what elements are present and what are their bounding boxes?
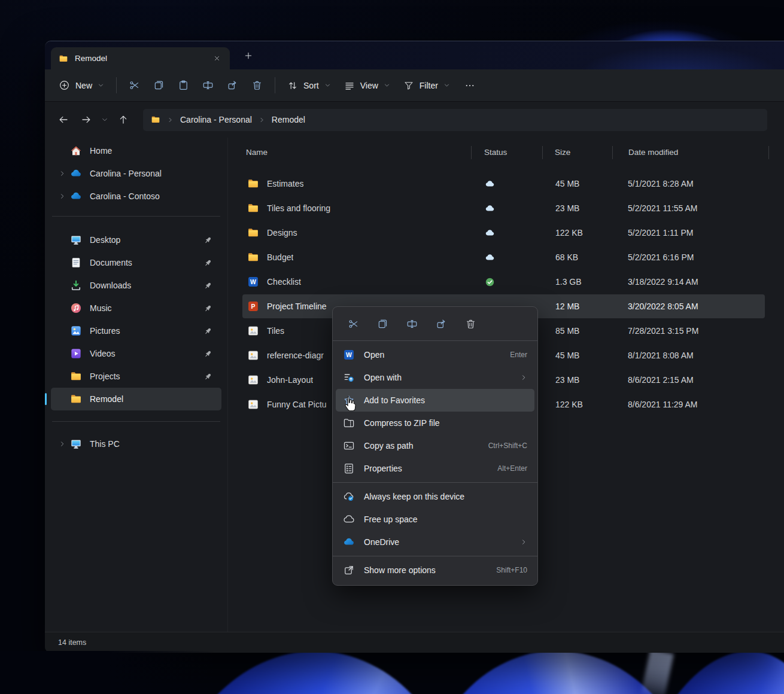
chevron-right-icon [520, 374, 527, 381]
sidebar-item-carolina-personal[interactable]: Carolina - Personal [51, 162, 221, 185]
back-button[interactable] [52, 109, 75, 130]
word-file-icon [247, 276, 259, 288]
chevron-right-icon[interactable] [54, 193, 70, 200]
column-header-name[interactable]: Name [228, 146, 471, 159]
sidebar-item-carolina-contoso[interactable]: Carolina - Contoso [51, 185, 221, 208]
menu-item-compress-to-zip[interactable]: Compress to ZIP file [336, 412, 534, 434]
pin-icon [203, 349, 212, 358]
file-row-checklist[interactable]: Checklist 1.3 GB 3/18/2022 9:14 AM [242, 270, 765, 294]
folder-icon [247, 178, 259, 190]
file-size: 68 KB [542, 252, 612, 262]
download-icon [70, 279, 82, 291]
file-row-tiles-and-flooring[interactable]: Tiles and flooring 23 MB 5/2/2021 11:55 … [242, 196, 765, 220]
cut-button[interactable] [340, 313, 366, 336]
videos-icon [70, 348, 82, 360]
file-name: Estimates [267, 179, 303, 188]
recent-locations-button[interactable] [98, 109, 112, 130]
sidebar-item-downloads[interactable]: Downloads [51, 274, 221, 297]
chevron-right-icon [259, 117, 265, 123]
chevron-right-icon [167, 117, 174, 123]
rename-button[interactable] [196, 76, 220, 95]
menu-item-open-with[interactable]: Open with [336, 366, 534, 389]
chevron-right-icon[interactable] [54, 440, 70, 448]
sort-button[interactable]: Sort [281, 77, 338, 95]
pin-icon [203, 304, 212, 313]
pictures-icon [70, 325, 82, 337]
tab-close-icon[interactable] [209, 51, 224, 66]
sidebar-item-videos[interactable]: Videos [51, 342, 221, 365]
image-file-icon [247, 398, 259, 410]
image-file-icon [247, 374, 259, 386]
breadcrumb[interactable]: Carolina - Personal Remodel [143, 109, 767, 131]
file-row-budget[interactable]: Budget 68 KB 5/2/2021 6:16 PM [242, 245, 765, 269]
file-row-estimates[interactable]: Estimates 45 MB 5/1/2021 8:28 AM [242, 172, 765, 196]
copy-button[interactable] [369, 313, 396, 336]
column-header-date-modified[interactable]: Date modified [612, 146, 768, 159]
new-button[interactable]: New [52, 76, 111, 95]
column-header-size[interactable]: Size [542, 146, 612, 159]
up-arrow-icon [118, 114, 129, 125]
rename-icon [406, 318, 418, 330]
view-button[interactable]: View [338, 77, 397, 95]
sidebar-item-remodel[interactable]: Remodel [51, 388, 221, 410]
filter-button[interactable]: Filter [397, 77, 457, 95]
delete-button[interactable] [245, 76, 269, 95]
sidebar-divider [52, 216, 220, 217]
hand-cursor [341, 395, 359, 416]
sidebar-item-home[interactable]: Home [51, 139, 221, 162]
sidebar-item-pictures[interactable]: Pictures [51, 319, 221, 342]
new-tab-button[interactable] [240, 48, 257, 63]
rename-button[interactable] [399, 313, 425, 336]
chevron-down-icon [384, 82, 390, 89]
shortcut-label: Shift+F10 [496, 566, 527, 574]
cut-icon [348, 318, 359, 330]
file-name: Funny Cat Pictu [267, 400, 327, 409]
cloud-status-icon [485, 179, 495, 189]
column-header-status[interactable]: Status [471, 146, 542, 159]
sidebar-item-music[interactable]: Music [51, 297, 221, 319]
onedrive-cloud-icon [343, 536, 355, 548]
cut-button[interactable] [122, 76, 147, 95]
more-options-button[interactable] [457, 77, 483, 95]
shortcut-label: Enter [510, 351, 527, 359]
chevron-down-icon [443, 82, 450, 89]
delete-button[interactable] [457, 313, 484, 336]
file-name: John-Layout [267, 375, 313, 385]
copy-button[interactable] [147, 76, 171, 95]
sidebar-item-projects[interactable]: Projects [51, 365, 221, 388]
document-icon [70, 257, 82, 269]
file-date: 7/28/2021 3:15 PM [612, 326, 765, 336]
sort-arrows-icon [287, 80, 298, 91]
menu-item-properties[interactable]: Properties Alt+Enter [336, 457, 534, 480]
breadcrumb-current[interactable]: Remodel [272, 115, 305, 124]
music-note-icon [70, 302, 82, 314]
chevron-right-icon[interactable] [54, 170, 70, 177]
share-button[interactable] [428, 313, 454, 336]
tab-title: Remodel [75, 54, 203, 63]
file-row-designs[interactable]: Designs 122 KB 5/2/2021 1:11 PM [242, 221, 765, 245]
share-icon [227, 80, 238, 91]
tab-remodel[interactable]: Remodel [51, 47, 230, 69]
file-date: 3/20/2022 8:05 AM [612, 302, 765, 311]
menu-item-show-more-options[interactable]: Show more options Shift+F10 [336, 559, 534, 582]
menu-item-copy-as-path[interactable]: Copy as path Ctrl+Shift+C [336, 434, 534, 457]
forward-button[interactable] [75, 109, 98, 130]
file-name: Designs [267, 228, 297, 238]
cloud-outline-icon [343, 513, 355, 525]
menu-item-always-keep-on-device[interactable]: Always keep on this device [336, 485, 534, 508]
paste-button[interactable] [171, 76, 196, 95]
menu-item-free-up-space[interactable]: Free up space [336, 508, 534, 531]
menu-item-open[interactable]: Open Enter [336, 343, 534, 366]
sidebar-item-this-pc[interactable]: This PC [51, 433, 221, 455]
menu-item-add-to-favorites[interactable]: Add to Favorites [336, 389, 534, 412]
file-size: 85 MB [542, 326, 612, 336]
menu-item-onedrive[interactable]: OneDrive [336, 531, 534, 553]
up-button[interactable] [112, 109, 135, 130]
sidebar-item-desktop[interactable]: Desktop [51, 229, 221, 251]
breadcrumb-root[interactable]: Carolina - Personal [180, 115, 252, 124]
sidebar-item-documents[interactable]: Documents [51, 251, 221, 274]
file-name: reference-diagr [267, 351, 324, 360]
chevron-right-icon [520, 538, 527, 546]
plus-circle-icon [59, 80, 70, 91]
share-button[interactable] [220, 76, 245, 95]
